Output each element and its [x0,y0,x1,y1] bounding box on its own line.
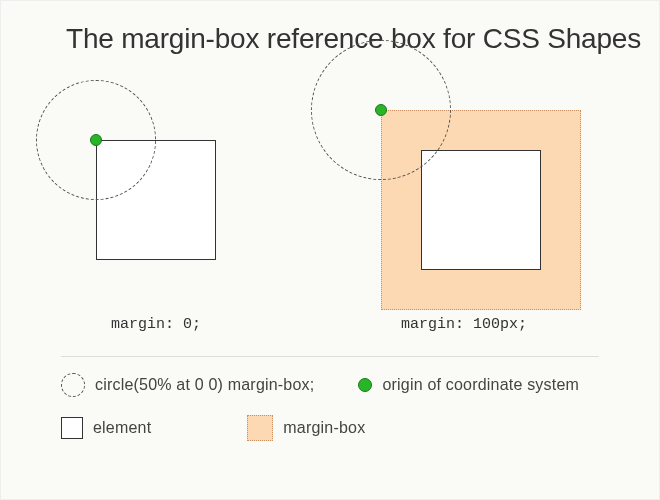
legend-label: margin-box [283,419,365,437]
origin-dot [375,104,387,116]
element-box [421,150,541,270]
legend-label: origin of coordinate system [382,376,579,394]
origin-dot-icon [358,378,372,392]
legend-label: circle(50% at 0 0) margin-box; [95,376,314,394]
element-square-icon [61,417,83,439]
dashed-circle-icon [61,373,85,397]
legend-item-origin: origin of coordinate system [358,376,579,394]
divider [61,356,599,357]
diagram-area [1,55,659,315]
legend-item-margin-box: margin-box [247,415,365,441]
caption-margin-100: margin: 100px; [401,316,527,333]
legend-item-circle: circle(50% at 0 0) margin-box; [61,373,314,397]
legend-label: element [93,419,151,437]
legend: circle(50% at 0 0) margin-box; origin of… [61,373,619,459]
page-title: The margin-box reference box for CSS Sha… [1,1,659,55]
origin-dot [90,134,102,146]
margin-box-icon [247,415,273,441]
legend-item-element: element [61,417,151,439]
caption-margin-0: margin: 0; [111,316,201,333]
